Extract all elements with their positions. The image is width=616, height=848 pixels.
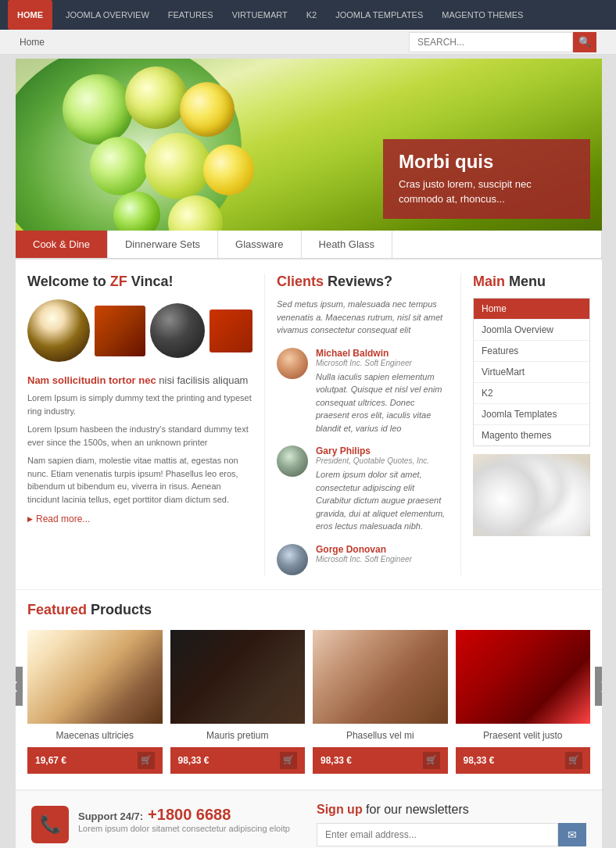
featured-title: Featured Products bbox=[27, 602, 590, 618]
read-more-arrow-icon: ▶ bbox=[27, 515, 33, 523]
clients-intro: Sed metus ipsum, malesuada nec tempus ve… bbox=[277, 298, 449, 337]
product-3-cart-button[interactable]: 🛒 bbox=[423, 752, 440, 769]
product-image-vase bbox=[27, 299, 90, 362]
menu-item-magento-themes[interactable]: Magento themes bbox=[474, 425, 589, 445]
hero-banner: Morbi quis Cras justo lorem, suscipit ne… bbox=[16, 59, 602, 231]
breadcrumb: Home bbox=[20, 37, 45, 48]
phone-icon-box: 📞 bbox=[31, 806, 69, 843]
email-icon: ✉ bbox=[568, 828, 577, 841]
reviewer-2-name[interactable]: Gary Philips bbox=[316, 445, 449, 456]
reviewer-2-text: Lorem ipsum dolor sit amet, consectetur … bbox=[316, 468, 449, 533]
search-button[interactable]: 🔍 bbox=[573, 32, 596, 52]
product-3-price: 98,33 € bbox=[321, 755, 352, 766]
product-1-footer: 19,67 € 🛒 bbox=[27, 747, 163, 774]
category-tabs: Cook & Dine Dinnerware Sets Glassware He… bbox=[16, 231, 602, 259]
welcome-title: Welcome to ZF Vinca! bbox=[27, 274, 252, 290]
product-3-footer: 98,33 € 🛒 bbox=[313, 747, 448, 774]
product-card-4: Praesent velit justo 98,33 € 🛒 bbox=[456, 630, 591, 774]
newsletter-submit-button[interactable]: ✉ bbox=[558, 823, 586, 846]
hero-overlay: Morbi quis Cras justo lorem, suscipit ne… bbox=[383, 139, 590, 219]
welcome-title-rest: Vinca! bbox=[127, 274, 174, 289]
nav-item-magento-themes[interactable]: MAGENTO THEMES bbox=[432, 0, 532, 30]
cart-icon-1: 🛒 bbox=[141, 755, 152, 765]
product-card-2: Mauris pretium 98,33 € 🛒 bbox=[170, 630, 306, 774]
support-section: 📞 Support 24/7: +1800 6688 Lorem ipsum d… bbox=[31, 806, 301, 843]
product-4-name: Praesent velit justo bbox=[456, 730, 591, 741]
hero-description: Cras justo lorem, suscipit nec commodo a… bbox=[399, 177, 575, 207]
product-4-price: 98,33 € bbox=[464, 755, 495, 766]
slider-arrow-left[interactable]: ❮ bbox=[16, 667, 23, 706]
search-input[interactable] bbox=[409, 32, 573, 52]
product-2-price: 98,33 € bbox=[178, 755, 210, 766]
reviewer-3-name[interactable]: Gorge Donovan bbox=[316, 544, 412, 555]
product-card-1: Maecenas ultricies 19,67 € 🛒 bbox=[27, 630, 163, 774]
search-icon: 🔍 bbox=[578, 36, 591, 48]
product-2-name: Mauris pretium bbox=[170, 730, 306, 741]
welcome-images bbox=[27, 299, 252, 362]
product-card-3: Phasellus vel mi 98,33 € 🛒 bbox=[313, 630, 448, 774]
product-2-cart-button[interactable]: 🛒 bbox=[280, 752, 297, 769]
welcome-body-1: Lorem Ipsum is simply dummy text the pri… bbox=[27, 392, 252, 417]
welcome-title-colored: ZF bbox=[110, 274, 127, 289]
product-image-dark-bowl bbox=[150, 303, 205, 358]
menu-item-features[interactable]: Features bbox=[474, 341, 589, 362]
reviewer-3: Gorge Donovan Microsoft Inc. Soft Engine… bbox=[277, 544, 449, 575]
newsletter-input[interactable] bbox=[317, 823, 558, 846]
reviewer-3-title: Microsoft Inc. Soft Engineer bbox=[316, 555, 412, 564]
top-navigation: HOME JOOMLA OVERVIEW FEATURES VIRTUEMART… bbox=[0, 0, 616, 30]
cart-icon-2: 🛒 bbox=[283, 755, 294, 765]
cart-icon-3: 🛒 bbox=[426, 755, 437, 765]
reviewer-2-title: President, Quotable Quotes, Inc. bbox=[316, 456, 449, 465]
product-3-name: Phasellus vel mi bbox=[313, 730, 448, 741]
menu-item-joomla-overview[interactable]: Joomla Overview bbox=[474, 320, 589, 341]
arrow-left-icon: ❮ bbox=[16, 680, 19, 692]
welcome-red-text: Nam sollicitudin tortor nec nisi facilis… bbox=[27, 373, 252, 387]
nav-item-k2[interactable]: K2 bbox=[297, 0, 326, 30]
welcome-title-plain: Welcome to bbox=[27, 274, 106, 289]
reviewer-1: Michael Baldwin Microsoft Inc. Soft Engi… bbox=[277, 348, 449, 435]
products-row: Maecenas ultricies 19,67 € 🛒 Mauris pret… bbox=[27, 630, 590, 774]
nav-item-virtuemart[interactable]: VIRTUEMART bbox=[223, 0, 297, 30]
side-decorative-image bbox=[473, 454, 590, 536]
support-desc: Lorem ipsum dolor sitamet consectetur ad… bbox=[78, 824, 290, 833]
footer-bar: 📞 Support 24/7: +1800 6688 Lorem ipsum d… bbox=[16, 789, 602, 849]
welcome-section: Welcome to ZF Vinca! Nam sollicitudin to… bbox=[27, 274, 252, 575]
product-1-image bbox=[27, 630, 163, 724]
product-4-footer: 98,33 € 🛒 bbox=[456, 747, 591, 774]
menu-item-home[interactable]: Home bbox=[474, 299, 589, 320]
reviewer-1-text: Nulla iaculis sapien elementum volutpat.… bbox=[316, 370, 449, 435]
product-1-name: Maecenas ultricies bbox=[27, 730, 163, 741]
reviewer-1-name[interactable]: Michael Baldwin bbox=[316, 348, 449, 359]
breadcrumb-bar: Home 🔍 bbox=[0, 30, 616, 55]
menu-item-k2[interactable]: K2 bbox=[474, 383, 589, 404]
menu-item-joomla-templates[interactable]: Joomla Templates bbox=[474, 404, 589, 425]
search-area: 🔍 bbox=[409, 32, 596, 52]
clients-section: Clients Reviews? Sed metus ipsum, malesu… bbox=[264, 274, 449, 575]
reviewer-1-title: Microsoft Inc. Soft Engineer bbox=[316, 359, 449, 367]
reviewer-2: Gary Philips President, Quotable Quotes,… bbox=[277, 445, 449, 533]
nav-item-joomla-templates[interactable]: JOOMLA TEMPLATES bbox=[326, 0, 432, 30]
reviewer-3-avatar bbox=[277, 544, 308, 575]
main-menu-list: Home Joomla Overview Features VirtueMart… bbox=[473, 298, 590, 446]
nav-item-home[interactable]: HOME bbox=[8, 0, 52, 30]
tab-glassware[interactable]: Glassware bbox=[218, 231, 301, 258]
product-1-cart-button[interactable]: 🛒 bbox=[138, 752, 155, 769]
nav-item-joomla-overview[interactable]: JOOMLA OVERVIEW bbox=[56, 0, 159, 30]
tab-dinnerware[interactable]: Dinnerware Sets bbox=[108, 231, 218, 258]
product-image-small-cups bbox=[210, 310, 252, 352]
slider-arrow-right[interactable]: ❯ bbox=[595, 667, 602, 706]
product-2-image bbox=[170, 630, 306, 724]
product-image-cups bbox=[95, 306, 145, 356]
tab-cook-dine[interactable]: Cook & Dine bbox=[16, 231, 108, 258]
newsletter-title: Sign up for our newsletters bbox=[317, 803, 586, 817]
read-more-link[interactable]: ▶ Read more... bbox=[27, 513, 252, 524]
product-1-price: 19,67 € bbox=[35, 755, 66, 766]
tab-heath-glass[interactable]: Heath Glass bbox=[302, 231, 393, 258]
product-4-cart-button[interactable]: 🛒 bbox=[565, 752, 582, 769]
nav-item-features[interactable]: FEATURES bbox=[159, 0, 223, 30]
main-container: Morbi quis Cras justo lorem, suscipit ne… bbox=[16, 59, 602, 848]
product-2-footer: 98,33 € 🛒 bbox=[170, 747, 306, 774]
phone-icon: 📞 bbox=[40, 814, 61, 835]
main-menu-title: Main Menu bbox=[473, 274, 590, 290]
menu-item-virtuemart[interactable]: VirtueMart bbox=[474, 362, 589, 383]
